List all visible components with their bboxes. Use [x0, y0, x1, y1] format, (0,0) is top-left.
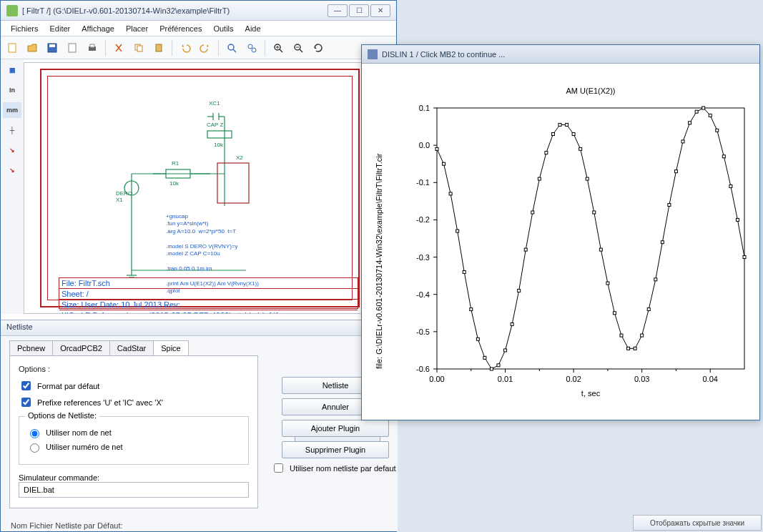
menu-outils[interactable]: Outils: [207, 22, 239, 35]
cursor-shape-icon[interactable]: ┼: [3, 122, 21, 138]
chk-prefix-x[interactable]: Prefixe references 'U' et 'IC' avec 'X': [19, 395, 249, 409]
svg-rect-92: [524, 248, 527, 251]
svg-point-12: [252, 48, 256, 52]
save-icon[interactable]: [44, 39, 61, 56]
zoom-in-icon[interactable]: [270, 39, 287, 56]
svg-rect-114: [674, 170, 677, 173]
titlebar[interactable]: [ FiltrT /] (G:\DIELr-v0.601-20130714-Wi…: [1, 1, 396, 21]
open-icon[interactable]: [24, 39, 41, 56]
svg-rect-119: [709, 114, 712, 117]
svg-rect-117: [695, 110, 698, 113]
plot-canvas[interactable]: AM U(E1(X2))file: G:\DIELr-v0.601-201307…: [369, 68, 755, 413]
svg-rect-99: [572, 133, 575, 136]
svg-rect-79: [435, 147, 438, 150]
simulator-command-label: Simulateur commande:: [19, 473, 249, 482]
tab-orcadpcb2[interactable]: OrcadPCB2: [52, 340, 110, 355]
minimize-button[interactable]: —: [328, 4, 348, 17]
app-icon: [6, 5, 18, 16]
replace-icon[interactable]: [243, 39, 260, 56]
tab-cadstar[interactable]: CadStar: [109, 340, 154, 355]
svg-rect-121: [722, 155, 725, 158]
svg-rect-93: [531, 211, 534, 214]
netlist-dialog: Netliste Pcbnew OrcadPCB2 CadStar Spice …: [1, 320, 398, 531]
new-icon[interactable]: [4, 39, 21, 56]
svg-rect-116: [689, 122, 691, 124]
svg-rect-87: [490, 368, 493, 370]
svg-rect-109: [641, 334, 644, 337]
svg-text:0.04: 0.04: [703, 375, 718, 383]
chk-use-default-netlist-name[interactable]: Utiliser nom netliste par defaut: [271, 461, 396, 475]
left-toolbar: ▦ In mm ┼ ↘ ↘: [1, 59, 24, 314]
svg-line-19: [300, 49, 302, 52]
hidden-pins-icon[interactable]: ↘: [3, 142, 21, 158]
svg-rect-86: [483, 356, 486, 359]
tab-panel-spice: Options : Format par défaut Prefixe refe…: [9, 355, 258, 508]
label-x2: X2: [236, 154, 243, 161]
svg-rect-120: [716, 129, 719, 132]
svg-rect-5: [90, 44, 94, 47]
tray-hidden-icons[interactable]: Отображать скрытые значки: [633, 515, 762, 531]
menu-preferences[interactable]: Préférences: [154, 22, 207, 35]
svg-rect-104: [606, 282, 609, 285]
find-icon[interactable]: [223, 39, 240, 56]
menu-fichiers[interactable]: Fichiers: [5, 22, 44, 35]
svg-rect-112: [661, 241, 664, 244]
netlist-tabs: Pcbnew OrcadPCB2 CadStar Spice: [9, 340, 398, 355]
svg-rect-111: [654, 278, 657, 281]
svg-rect-80: [443, 162, 446, 165]
bus-direction-icon[interactable]: ↘: [3, 162, 21, 178]
svg-text:AM U(E1(X2)): AM U(E1(X2)): [566, 87, 615, 95]
tab-spice[interactable]: Spice: [153, 340, 189, 355]
grid-icon[interactable]: ▦: [3, 62, 21, 78]
simulator-command-input[interactable]: [19, 482, 249, 498]
units-mm-icon[interactable]: mm: [3, 102, 21, 118]
netlist-title[interactable]: Netliste: [1, 320, 398, 336]
tab-pcbnew[interactable]: Pcbnew: [9, 340, 53, 355]
svg-text:-0.3: -0.3: [416, 253, 430, 262]
cut-icon[interactable]: [110, 39, 127, 56]
svg-rect-7: [137, 46, 142, 51]
window-title: [ FiltrT /] (G:\DIELr-v0.601-20130714-Wi…: [22, 6, 328, 15]
svg-text:0.00: 0.00: [429, 375, 444, 383]
svg-rect-106: [620, 334, 623, 337]
undo-icon[interactable]: [177, 39, 194, 56]
paste-icon[interactable]: [150, 39, 167, 56]
plot-titlebar[interactable]: DISLIN 1 / Click MB2 to continue ...: [362, 45, 759, 64]
print-icon[interactable]: [84, 39, 101, 56]
redo-icon[interactable]: [197, 39, 214, 56]
label-capz: CAP Z: [207, 122, 223, 128]
menu-editer[interactable]: Editer: [44, 22, 77, 35]
close-button[interactable]: ✕: [370, 4, 390, 17]
maximize-button[interactable]: ☐: [349, 4, 369, 17]
schematic-canvas[interactable]: XC1 CAP Z 10k R1 10k X2 DERO X1 +gnucap …: [24, 62, 368, 314]
options-label: Options :: [19, 365, 249, 373]
svg-rect-45: [437, 108, 744, 369]
svg-text:0.02: 0.02: [566, 375, 581, 383]
svg-text:-0.5: -0.5: [416, 327, 430, 336]
units-in-icon[interactable]: In: [3, 82, 21, 98]
supprimer-plugin-button[interactable]: Supprimer Plugin: [282, 441, 389, 458]
ajouter-plugin-button[interactable]: Ajouter Plugin: [282, 420, 389, 437]
svg-rect-102: [593, 211, 596, 214]
svg-rect-3: [69, 44, 76, 52]
menu-affichage[interactable]: Affichage: [76, 22, 120, 35]
menu-placer[interactable]: Placer: [120, 22, 154, 35]
radio-use-net-number[interactable]: Utiliser numéro de net: [26, 441, 241, 453]
radio-use-net-name[interactable]: Utiliser nom de net: [26, 427, 241, 438]
svg-rect-82: [456, 230, 459, 232]
refresh-icon[interactable]: [310, 39, 327, 56]
svg-rect-101: [586, 177, 589, 180]
menu-aide[interactable]: Aide: [240, 22, 267, 35]
svg-text:0.1: 0.1: [419, 104, 430, 112]
label-dero: DERO X1: [116, 190, 132, 203]
zoom-out-icon[interactable]: [290, 39, 307, 56]
svg-rect-95: [545, 152, 548, 154]
chk-format-default[interactable]: Format par défaut: [19, 379, 249, 393]
svg-rect-110: [647, 308, 650, 311]
svg-rect-98: [566, 123, 568, 126]
svg-text:t, sec: t, sec: [581, 389, 601, 398]
copy-icon[interactable]: [130, 39, 147, 56]
svg-rect-96: [551, 133, 554, 136]
page-setup-icon[interactable]: [64, 39, 81, 56]
svg-rect-107: [627, 347, 630, 350]
